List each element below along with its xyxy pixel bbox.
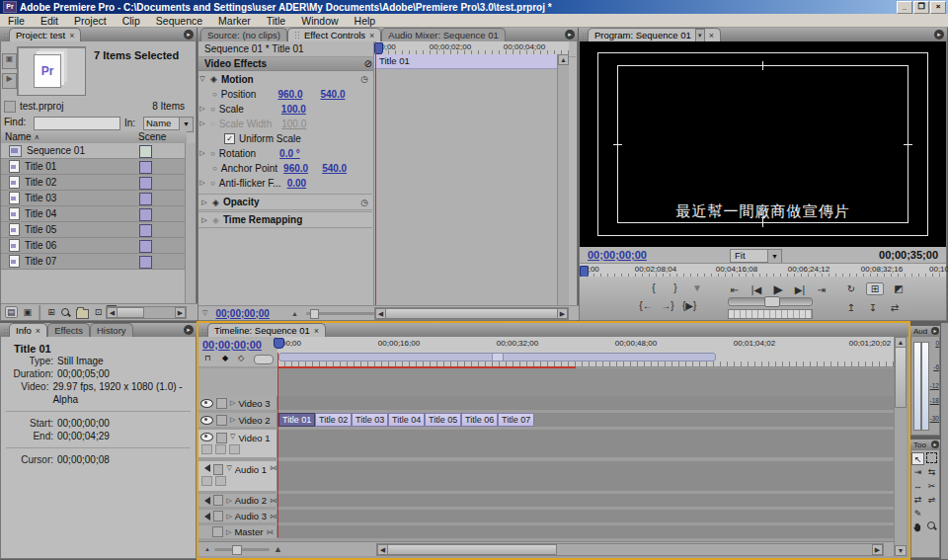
playhead-marker[interactable]	[274, 338, 284, 349]
menu-marker[interactable]: Marker	[210, 15, 259, 27]
collapse-arrow-icon[interactable]: ▽	[230, 433, 235, 440]
timeline-ruler[interactable]: 00;00 00;00;16;00 00;00;32;00 00;00;48;0…	[277, 337, 894, 367]
track-header-video-2[interactable]: ▷ Video 2	[198, 413, 277, 427]
track-lane[interactable]: Title 01 Title 02 Title 03 Title 04 Titl…	[277, 413, 894, 427]
time-remapping-row[interactable]: ▷ ◈ Time Remapping	[198, 211, 372, 228]
unnumbered-marker-icon[interactable]: ◇	[238, 354, 244, 362]
timeline-vertical-scrollbar[interactable]: ▲ ▼	[894, 337, 907, 556]
sequence-dropdown-icon[interactable]: ▼	[695, 29, 705, 42]
list-item-title-03[interactable]: Title 03	[1, 191, 187, 206]
expand-arrow-icon[interactable]: ▷	[226, 513, 231, 520]
rotation-row[interactable]: ▷ ○ Rotation 0.0 °	[198, 146, 372, 160]
panel-menu-icon[interactable]: ▸	[934, 30, 944, 40]
step-back-button[interactable]: |◀	[750, 284, 763, 295]
ec-clip-header[interactable]: Title 01	[374, 54, 563, 69]
play-preview-button[interactable]: ▶	[2, 73, 17, 89]
list-item-title-01[interactable]: Title 01	[1, 159, 187, 175]
output-button[interactable]: ◩	[892, 283, 906, 294]
scrollbar-thumb[interactable]	[117, 307, 144, 318]
clip-title-01[interactable]: Title 01	[278, 413, 315, 427]
track-display-style-icons[interactable]	[201, 476, 226, 486]
scroll-right-icon[interactable]: ▶	[872, 544, 883, 555]
position-x-value[interactable]: 960.0	[277, 89, 302, 100]
scene-checkbox[interactable]	[139, 208, 152, 221]
close-icon[interactable]: ×	[69, 30, 74, 41]
anchor-x-value[interactable]: 960.0	[283, 163, 308, 174]
tab-audio-mixer[interactable]: Audio Mixer: Sequence 01	[381, 28, 505, 41]
expand-icon[interactable]: ▷	[198, 179, 206, 187]
toggle-animation-icon[interactable]: ○	[212, 164, 217, 173]
goto-out-button[interactable]: →}	[661, 300, 674, 311]
zoom-out-icon[interactable]: ▲	[291, 310, 298, 317]
scene-checkbox[interactable]	[139, 256, 152, 269]
timeline-horizontal-scrollbar[interactable]: ◀ ▶	[376, 543, 884, 556]
trim-button[interactable]: ⇄	[888, 302, 902, 313]
toggle-animation-icon[interactable]: ○	[210, 179, 215, 188]
step-forward-button[interactable]: ▶|	[793, 284, 807, 295]
keyframe-display-icon[interactable]: ⋈	[270, 497, 276, 505]
expand-arrow-icon[interactable]: ▷	[226, 528, 231, 536]
close-icon[interactable]: ×	[369, 30, 374, 41]
minimize-button[interactable]: _	[897, 1, 912, 14]
zoom-slider[interactable]	[214, 548, 270, 551]
collapse-icon[interactable]: ▽	[202, 309, 207, 317]
toggle-track-output-icon[interactable]	[200, 416, 213, 425]
scale-value[interactable]: 100.0	[281, 104, 306, 115]
tab-project[interactable]: Project: test ×	[9, 28, 81, 41]
clip-title-02[interactable]: Title 02	[315, 413, 352, 427]
uniform-scale-row[interactable]: ✓ Uniform Scale	[198, 131, 398, 145]
slip-tool[interactable]: ⇄	[911, 494, 924, 507]
expand-icon[interactable]: ▷	[198, 105, 206, 113]
collapse-arrow-icon[interactable]: ▽	[226, 464, 231, 472]
track-lane[interactable]	[277, 430, 894, 457]
zoom-in-icon[interactable]: ▲	[274, 544, 282, 554]
track-header-audio-3[interactable]: ▷ Audio 3 ⋈	[198, 510, 277, 522]
track-lock-toggle[interactable]	[216, 398, 227, 409]
track-display-style-icons[interactable]	[201, 444, 240, 454]
razor-tool[interactable]: ✂	[925, 480, 938, 493]
encore-marker-icon[interactable]: ◆	[222, 354, 228, 362]
track-lock-toggle[interactable]	[212, 526, 223, 537]
scrollbar-thumb[interactable]	[895, 347, 907, 408]
track-lock-toggle[interactable]	[213, 495, 223, 506]
shuttle-slider[interactable]	[728, 297, 813, 306]
tab-effects[interactable]: Effects	[47, 323, 90, 337]
toggle-track-mute-icon[interactable]	[200, 513, 210, 520]
close-icon[interactable]: ×	[709, 30, 714, 41]
track-lane[interactable]	[277, 510, 894, 522]
find-button[interactable]	[61, 308, 70, 317]
bin-collapse-button[interactable]	[4, 101, 16, 113]
track-header-master[interactable]: ▷ Master ⋈	[198, 525, 277, 538]
list-view-button[interactable]: ▤	[5, 306, 18, 318]
tab-history[interactable]: History	[90, 323, 133, 337]
poster-frame-button[interactable]: ▣	[2, 53, 17, 69]
list-item-title-02[interactable]: Title 02	[1, 175, 187, 191]
clip-title-03[interactable]: Title 03	[352, 413, 388, 427]
ec-ruler[interactable]: 0;00 00;00;02;00 00;00;04;00	[374, 41, 569, 55]
toggle-track-mute-icon[interactable]	[200, 464, 210, 472]
scene-checkbox[interactable]	[139, 145, 152, 158]
track-lock-toggle[interactable]	[216, 415, 227, 426]
goto-next-edit-button[interactable]: ⇥	[815, 284, 829, 295]
list-item-title-05[interactable]: Title 05	[1, 222, 187, 238]
program-current-timecode[interactable]: 00;00;00;00	[588, 249, 647, 261]
track-header-video-3[interactable]: ▷ Video 3	[198, 396, 277, 410]
tab-effect-controls[interactable]: Effect Controls ×	[287, 28, 381, 41]
menu-title[interactable]: Title	[259, 15, 293, 27]
new-item-button[interactable]: ⊡	[95, 307, 103, 317]
panel-menu-icon[interactable]: ▸	[565, 30, 575, 40]
position-row[interactable]: ○ Position 960.0 540.0	[198, 87, 386, 101]
ripple-edit-tool[interactable]: ⇥	[911, 466, 924, 479]
marker-menu-button[interactable]	[254, 355, 274, 364]
tab-program[interactable]: Program: Sequence 01 ▼ ×	[588, 28, 721, 41]
jog-wheel[interactable]	[728, 309, 813, 319]
pen-tool[interactable]: ✎	[911, 508, 924, 520]
new-bin-button[interactable]	[76, 309, 89, 319]
list-item-sequence-01[interactable]: Sequence 01	[1, 143, 187, 159]
close-button[interactable]: ×	[930, 1, 946, 14]
snap-toggle-icon[interactable]: ⊓	[204, 354, 210, 362]
video-effects-section-header[interactable]: Video Effects ⊘	[198, 57, 378, 71]
reset-icon[interactable]: ◷	[360, 74, 368, 84]
ec-vertical-scrollbar[interactable]: ▲	[557, 54, 569, 307]
expand-arrow-icon[interactable]: ▷	[226, 497, 231, 505]
